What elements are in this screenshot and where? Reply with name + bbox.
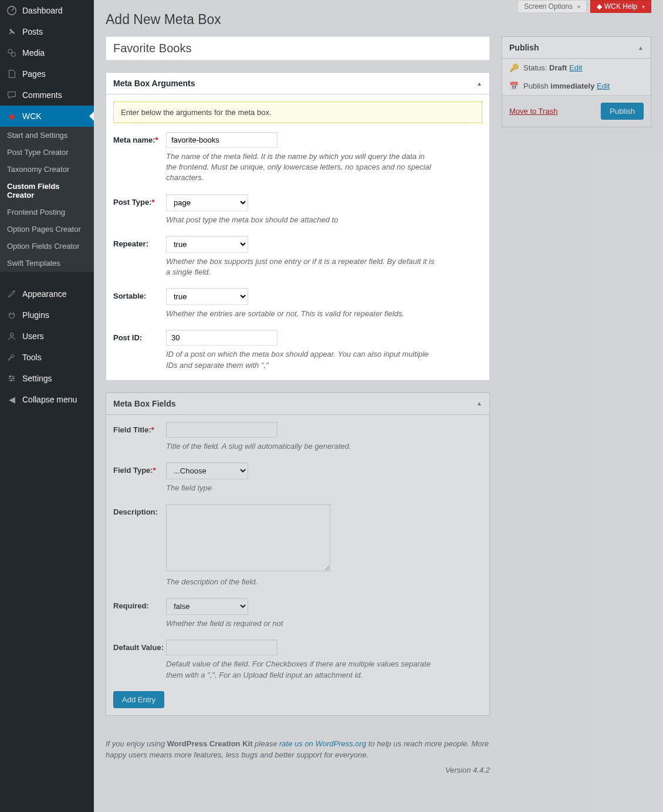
- sidebar-sub-start[interactable]: Start and Settings: [0, 127, 94, 144]
- plug-icon: [6, 309, 18, 321]
- sidebar-sub-tc[interactable]: Taxonomy Creator: [0, 161, 94, 178]
- sidebar-sub-cfc[interactable]: Custom Fields Creator: [0, 178, 94, 204]
- description-textarea[interactable]: [166, 504, 330, 571]
- postid-label: Post ID:: [113, 333, 142, 342]
- status-val: Draft: [549, 63, 567, 72]
- sidebar-sub-ofc[interactable]: Option Fields Creator: [0, 238, 94, 255]
- meta-box-arguments: Meta Box Arguments ▲ Enter below the arg…: [106, 72, 490, 381]
- sidebar-label: Media: [22, 48, 45, 57]
- wck-help-button[interactable]: ◆ WCK Help: [590, 0, 651, 13]
- sidebar-label: Pages: [22, 69, 46, 79]
- sidebar-label: WCK: [22, 111, 42, 121]
- required-select[interactable]: false: [166, 598, 248, 615]
- edit-status-link[interactable]: Edit: [569, 63, 582, 72]
- description-label: Description:: [113, 508, 158, 516]
- postbox-header[interactable]: Meta Box Arguments ▲: [106, 73, 489, 94]
- svg-point-6: [11, 380, 12, 381]
- sidebar-sub-fp[interactable]: Frontend Posting: [0, 204, 94, 221]
- screen-options-button[interactable]: Screen Options: [517, 0, 587, 13]
- rate-link[interactable]: rate us on WordPress.org: [279, 739, 366, 748]
- help-icon: ◆: [597, 2, 602, 11]
- publish-button[interactable]: Publish: [601, 103, 644, 120]
- sidebar-item-comments[interactable]: Comments: [0, 84, 94, 106]
- collapse-icon: ◀: [6, 394, 18, 405]
- sidebar-item-posts[interactable]: Posts: [0, 21, 94, 42]
- sidebar-collapse[interactable]: ◀ Collapse menu: [0, 389, 94, 410]
- sortable-help: Whether the entries are sortable or not.…: [166, 309, 436, 319]
- sidebar-item-dashboard[interactable]: Dashboard: [0, 0, 94, 21]
- wck-icon: ◆: [6, 110, 18, 122]
- postid-help: ID of a post on which the meta box shoul…: [166, 349, 436, 370]
- metaname-input[interactable]: [166, 132, 278, 148]
- postbox-title: Meta Box Arguments: [113, 79, 195, 88]
- postbox-header[interactable]: Meta Box Fields ▲: [106, 393, 489, 415]
- metaname-label: Meta name:: [113, 136, 155, 144]
- user-icon: [6, 330, 18, 342]
- description-help: The description of the field.: [166, 577, 436, 587]
- sidebar-item-users[interactable]: Users: [0, 326, 94, 347]
- postid-input[interactable]: [166, 330, 278, 346]
- pub-pre: Publish: [523, 82, 549, 90]
- default-label: Default Value:: [113, 643, 164, 652]
- required-help: Whether the field is required or not: [166, 618, 436, 629]
- sidebar-item-media[interactable]: Media: [0, 42, 94, 63]
- media-icon: [6, 47, 18, 59]
- sidebar-item-wck[interactable]: ◆ WCK: [0, 106, 94, 127]
- publish-box: Publish ▲ 🔑 Status: Draft Edit 📅 Publish…: [502, 36, 651, 127]
- sidebar-item-appearance[interactable]: Appearance: [0, 283, 94, 304]
- sliders-icon: [6, 373, 18, 384]
- fieldtitle-label: Field Title:: [113, 425, 151, 434]
- status-pre: Status:: [523, 63, 547, 72]
- sidebar-label: Appearance: [22, 289, 67, 299]
- pub-val: immediately: [550, 82, 594, 90]
- title-input-box[interactable]: Favorite Books: [106, 36, 490, 60]
- sidebar-label: Posts: [22, 27, 43, 36]
- info-notice: Enter below the arguments for the meta b…: [113, 102, 482, 123]
- page-icon: [6, 68, 18, 80]
- admin-sidebar: Dashboard Posts Media Pages Comments ◆ W…: [0, 0, 94, 812]
- sidebar-item-plugins[interactable]: Plugins: [0, 304, 94, 326]
- sidebar-label: Users: [22, 331, 44, 341]
- edit-publish-link[interactable]: Edit: [597, 82, 610, 90]
- pin-icon: [6, 26, 18, 38]
- sidebar-sub-ptc[interactable]: Post Type Creator: [0, 144, 94, 161]
- repeater-select[interactable]: true: [166, 236, 248, 253]
- collapse-icon[interactable]: ▲: [476, 80, 482, 87]
- sidebar-item-settings[interactable]: Settings: [0, 368, 94, 389]
- sortable-label: Sortable:: [113, 292, 146, 300]
- default-help: Default value of the field. For Checkbox…: [166, 659, 436, 680]
- fieldtitle-help: Title of the field. A slug will automati…: [166, 441, 436, 452]
- sidebar-item-tools[interactable]: Tools: [0, 347, 94, 368]
- repeater-label: Repeater:: [113, 239, 148, 248]
- sidebar-sub-st[interactable]: Swift Templates: [0, 255, 94, 272]
- svg-point-2: [11, 52, 15, 56]
- calendar-icon: 📅: [509, 82, 519, 90]
- sidebar-sub-opc[interactable]: Option Pages Creator: [0, 221, 94, 238]
- comment-icon: [6, 89, 18, 101]
- move-to-trash-link[interactable]: Move to Trash: [509, 107, 557, 116]
- sidebar-label: Tools: [22, 353, 42, 362]
- metaname-help: The name of the meta field. It is the na…: [166, 151, 436, 184]
- posttype-select[interactable]: page: [166, 194, 248, 211]
- version-text: Version 4.4.2: [106, 766, 490, 774]
- meta-box-fields: Meta Box Fields ▲ Field Title:* Title of…: [106, 393, 490, 716]
- help-label: WCK Help: [604, 2, 637, 11]
- fieldtitle-input[interactable]: [166, 422, 278, 438]
- fieldtype-select[interactable]: ...Choose: [166, 462, 248, 479]
- svg-point-1: [8, 49, 12, 53]
- default-input[interactable]: [166, 640, 278, 655]
- brush-icon: [6, 288, 18, 300]
- svg-point-5: [12, 378, 14, 380]
- sidebar-label: Settings: [22, 374, 52, 383]
- posttype-label: Post Type:: [113, 198, 152, 207]
- collapse-icon[interactable]: ▲: [638, 45, 644, 51]
- footer-note: If you enjoy using WordPress Creation Ki…: [106, 728, 490, 766]
- required-label: Required:: [113, 601, 149, 610]
- sortable-select[interactable]: true: [166, 288, 248, 305]
- collapse-icon[interactable]: ▲: [476, 400, 482, 407]
- add-entry-button[interactable]: Add Entry: [113, 691, 164, 708]
- postbox-header[interactable]: Publish ▲: [502, 37, 651, 59]
- sidebar-item-pages[interactable]: Pages: [0, 63, 94, 84]
- wrench-icon: [6, 351, 18, 363]
- svg-point-3: [10, 333, 13, 336]
